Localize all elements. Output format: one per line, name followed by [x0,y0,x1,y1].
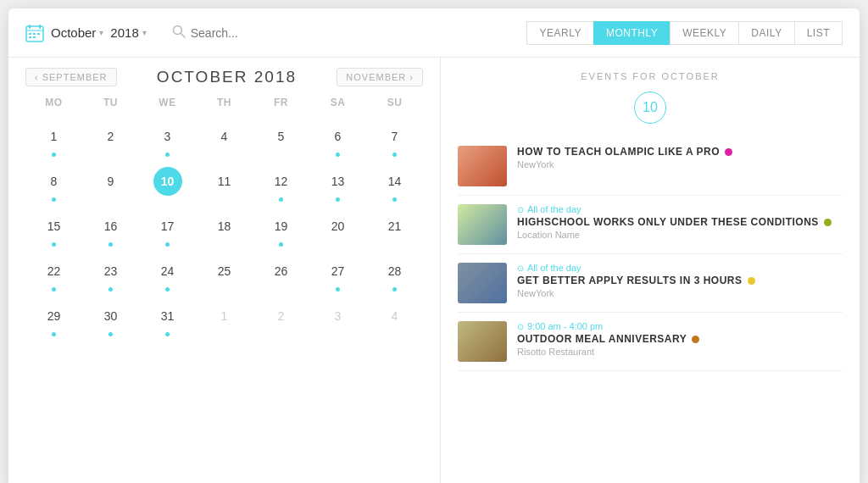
svg-rect-2 [39,25,41,29]
calendar-day[interactable]: 4 [196,117,253,162]
calendar-day[interactable]: 31 [139,297,196,341]
year-select[interactable]: 2018 ▾ [110,25,146,40]
event-item[interactable]: ⊙ All of the dayGET BETTER APPLY RESULTS… [458,254,843,313]
event-location: NewYork [517,288,843,298]
calendar-nav: ‹ SEPTEMBER OCTOBER 2018 NOVEMBER › [25,58,423,92]
weekday-headers: MOTUWETHFRSASU [25,92,423,114]
calendar-day[interactable]: 28 [366,252,423,297]
calendar-day[interactable]: 14 [366,162,423,207]
day-event-dot [52,287,56,291]
day-number: 15 [40,212,69,241]
next-chevron-icon: › [409,72,414,82]
events-count-circle: 10 [634,92,666,124]
nav-list[interactable]: LIST [794,21,843,45]
prev-month-button[interactable]: ‹ SEPTEMBER [25,68,117,86]
clock-icon: ⊙ [517,322,524,331]
day-event-dot [108,287,113,291]
next-month-button[interactable]: NOVEMBER › [337,68,423,86]
calendar-day[interactable]: 23 [82,252,139,297]
day-event-dot [108,242,113,247]
calendar-day[interactable]: 2 [253,297,309,341]
weekday-label: SA [309,92,366,114]
calendar-day[interactable]: 1 [25,117,82,162]
day-event-dot [165,287,170,291]
calendar-day[interactable]: 22 [25,252,82,297]
event-time: ⊙ All of the day [517,263,843,273]
event-color-dot [748,277,755,285]
day-number: 9 [97,167,125,196]
nav-weekly[interactable]: WEEKLY [670,21,738,45]
calendar-day[interactable]: 16 [82,207,139,252]
svg-rect-6 [37,33,40,35]
nav-daily[interactable]: DAILY [738,21,793,45]
weekday-label: WE [139,92,196,114]
event-thumbnail [458,321,507,362]
event-thumbnail [458,204,507,245]
calendar-day[interactable]: 8 [25,162,82,207]
year-label: 2018 [110,25,138,40]
day-number: 13 [324,167,353,196]
calendar-day[interactable]: 9 [82,162,139,207]
event-time: ⊙ 9:00 am - 4:00 pm [517,321,843,331]
month-label: October [51,25,96,40]
day-event-dot [336,197,340,202]
event-item[interactable]: ⊙ 9:00 am - 4:00 pmOUTDOOR MEAL ANNIVERS… [458,313,843,371]
day-event-dot [392,287,397,291]
calendar-day[interactable]: 6 [309,117,366,162]
calendar-day[interactable]: 29 [25,297,82,341]
event-info: ⊙ 9:00 am - 4:00 pmOUTDOOR MEAL ANNIVERS… [517,321,843,357]
weekday-label: TU [82,92,139,114]
calendar-day[interactable]: 3 [139,117,196,162]
calendar-day[interactable]: 27 [309,252,366,297]
day-event-dot [52,242,56,247]
day-event-dot [165,332,170,336]
day-number: 8 [40,167,69,196]
calendar-day[interactable]: 20 [309,207,366,252]
event-title-row: HOW TO TEACH OLAMPIC LIKE A PRO [517,146,843,158]
search-input[interactable] [191,26,502,40]
day-number: 22 [40,257,69,286]
event-location: NewYork [517,159,843,169]
calendar-day[interactable]: 25 [196,252,253,297]
calendar-day[interactable]: 17 [139,207,196,252]
calendar-day[interactable]: 15 [25,207,82,252]
calendar-day[interactable]: 3 [309,297,366,341]
calendar-day[interactable]: 24 [139,252,196,297]
day-number: 25 [210,257,239,286]
calendar-day[interactable]: 21 [366,207,423,252]
month-select[interactable]: October ▾ [51,25,103,40]
calendar-day[interactable]: 11 [196,162,253,207]
svg-rect-1 [29,25,31,29]
event-title: GET BETTER APPLY RESULTS IN 3 HOURS [517,275,743,286]
svg-rect-8 [33,36,36,38]
calendar-day[interactable]: 30 [82,297,139,341]
month-chevron-icon: ▾ [99,28,103,37]
event-time: ⊙ All of the day [517,204,843,214]
clock-icon: ⊙ [517,205,524,214]
event-item[interactable]: ⊙ All of the dayHIGHSCHOOL WORKS ONLY UN… [458,196,843,254]
calendar-icon [25,24,44,42]
calendar-day[interactable]: 12 [253,162,309,207]
nav-yearly[interactable]: YEARLY [526,21,593,45]
calendar-day[interactable]: 2 [82,117,139,162]
calendar-day[interactable]: 26 [253,252,309,297]
calendar-day[interactable]: 1 [196,297,253,341]
event-title-row: GET BETTER APPLY RESULTS IN 3 HOURS [517,275,843,286]
calendar-day[interactable]: 19 [253,207,309,252]
event-item[interactable]: HOW TO TEACH OLAMPIC LIKE A PRONewYork [458,137,843,196]
calendar-day[interactable]: 13 [309,162,366,207]
day-number: 3 [324,302,353,330]
calendar-day[interactable]: 10 [139,162,196,207]
calendar-day[interactable]: 5 [253,117,309,162]
day-number: 2 [267,302,296,330]
next-month-label: NOVEMBER [346,72,406,82]
header: October ▾ 2018 ▾ YEARLY MONTHLY WEEKLY D… [8,8,860,58]
calendar-day[interactable]: 4 [366,297,423,341]
app-container: October ▾ 2018 ▾ YEARLY MONTHLY WEEKLY D… [8,8,860,483]
calendar-day[interactable]: 18 [196,207,253,252]
day-number: 17 [153,212,182,241]
event-info: ⊙ All of the dayGET BETTER APPLY RESULTS… [517,263,843,298]
search-icon [172,25,186,42]
nav-monthly[interactable]: MONTHLY [593,21,670,45]
calendar-day[interactable]: 7 [366,117,423,162]
